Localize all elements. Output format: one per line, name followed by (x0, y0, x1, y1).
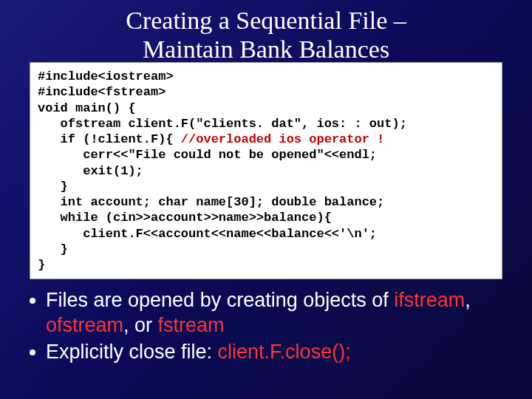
code-line: } (38, 180, 68, 194)
code-line: } (38, 242, 68, 256)
code-line: client.F<<account<<name<<balance<<'\n'; (38, 227, 377, 241)
bullet-dot-icon (30, 298, 35, 304)
code-line: void main() { (38, 101, 136, 115)
code-line: ofstream client.F("clients. dat", ios: :… (38, 117, 407, 131)
code-line: } (38, 258, 45, 272)
title-line-1: Creating a Sequential File – (126, 7, 406, 34)
code-line: while (cin>>account>>name>>balance){ (38, 211, 332, 225)
text-fragment: , (465, 289, 471, 311)
code-line: if (!client.F){ (38, 132, 181, 146)
title-line-2: Maintain Bank Balances (143, 35, 389, 63)
bullet-item: Files are opened by creating objects of … (30, 288, 510, 338)
code-line: #include<fstream> (38, 85, 166, 99)
text-fragment: , or (123, 314, 158, 336)
bullet-dot-icon (30, 349, 35, 355)
code-line: exit(1); (38, 164, 143, 178)
text-fragment: Files are opened by creating objects of (46, 289, 394, 311)
bullet-text: Files are opened by creating objects of … (46, 288, 510, 338)
slide: Creating a Sequential File – Maintain Ba… (0, 0, 532, 399)
text-fragment: Explicitly close file: (46, 341, 218, 363)
code-comment: //overloaded ios operator ! (181, 132, 384, 146)
bullet-list: Files are opened by creating objects of … (22, 288, 510, 364)
slide-title: Creating a Sequential File – Maintain Ba… (22, 6, 510, 64)
bullet-item: Explicitly close file: client.F.close(); (30, 340, 510, 365)
keyword: ofstream (46, 314, 123, 336)
keyword: client.F.close(); (218, 341, 351, 363)
code-line: #include<iostream> (38, 69, 174, 83)
code-block: #include<iostream> #include<fstream> voi… (30, 62, 502, 279)
keyword: ifstream (394, 289, 465, 311)
keyword: fstream (158, 314, 225, 336)
bullet-text: Explicitly close file: client.F.close(); (46, 340, 510, 365)
code-line: int account; char name[30]; double balan… (38, 195, 384, 209)
code-line: cerr<<"File could not be opened"<<endl; (38, 148, 377, 162)
